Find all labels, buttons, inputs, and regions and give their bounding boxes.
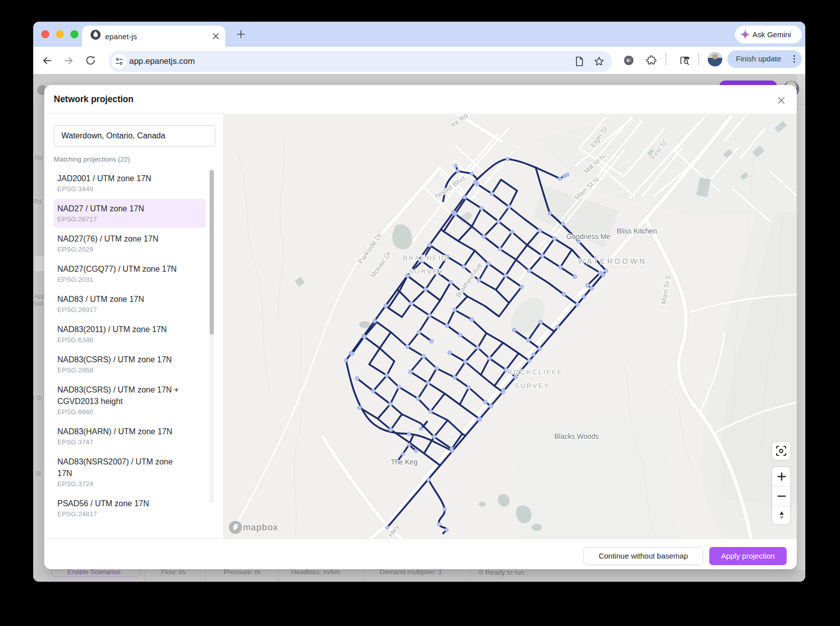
- svg-text:SURVEY: SURVEY: [515, 382, 550, 389]
- svg-text:ROCKCLIFFE: ROCKCLIFFE: [508, 368, 563, 376]
- svg-text:Blacks Woods: Blacks Woods: [554, 432, 599, 440]
- svg-text:mapbox: mapbox: [243, 522, 278, 532]
- svg-text:Goodness Me: Goodness Me: [566, 232, 610, 241]
- svg-text:The Keg: The Keg: [391, 458, 417, 466]
- svg-text:WATERDOWN: WATERDOWN: [578, 257, 647, 265]
- svg-text:Bliss Kitchen: Bliss Kitchen: [617, 227, 657, 235]
- svg-text:SURVEY: SURVEY: [409, 268, 444, 275]
- svg-text:BRAEHEID: BRAEHEID: [403, 254, 448, 262]
